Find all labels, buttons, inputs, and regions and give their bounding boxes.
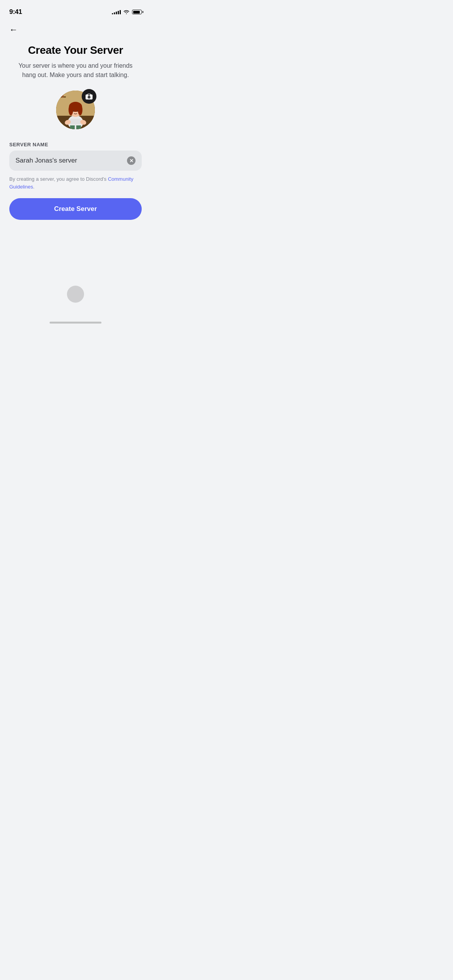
svg-rect-17 <box>76 125 81 129</box>
server-form: Server Name ✕ By creating a server, you … <box>9 142 142 220</box>
camera-upload-icon <box>85 92 93 101</box>
page-title: Create Your Server <box>28 44 123 57</box>
battery-icon <box>132 10 142 14</box>
svg-point-10 <box>78 105 82 115</box>
main-content: Create Your Server Your server is where … <box>0 38 151 226</box>
home-indicator <box>50 322 101 324</box>
create-server-button[interactable]: Create Server <box>9 198 142 220</box>
status-time: 9:41 <box>9 8 22 16</box>
server-name-input-container[interactable]: ✕ <box>9 151 142 171</box>
back-button[interactable]: ← <box>0 19 151 38</box>
signal-icon <box>112 10 121 14</box>
server-name-label: Server Name <box>9 142 142 147</box>
svg-rect-4 <box>62 95 63 98</box>
status-icons <box>112 10 142 14</box>
svg-point-12 <box>77 111 78 112</box>
server-name-input[interactable] <box>15 157 127 164</box>
clear-icon: ✕ <box>129 158 134 163</box>
create-server-label: Create Server <box>54 205 97 213</box>
touch-indicator <box>67 286 84 303</box>
avatar-container[interactable] <box>56 91 95 129</box>
upload-photo-button[interactable] <box>82 89 96 104</box>
svg-rect-3 <box>60 94 62 98</box>
svg-point-11 <box>73 111 74 112</box>
page-subtitle: Your server is where you and your friend… <box>14 61 137 80</box>
svg-rect-2 <box>58 96 66 98</box>
svg-point-9 <box>69 105 73 115</box>
back-arrow-icon: ← <box>9 25 142 35</box>
svg-rect-16 <box>70 125 75 129</box>
clear-input-button[interactable]: ✕ <box>127 156 136 165</box>
svg-point-20 <box>88 96 90 98</box>
status-bar: 9:41 <box>0 0 151 19</box>
wifi-icon <box>123 10 130 14</box>
terms-text: By creating a server, you agree to Disco… <box>9 175 142 190</box>
svg-rect-13 <box>70 119 81 124</box>
